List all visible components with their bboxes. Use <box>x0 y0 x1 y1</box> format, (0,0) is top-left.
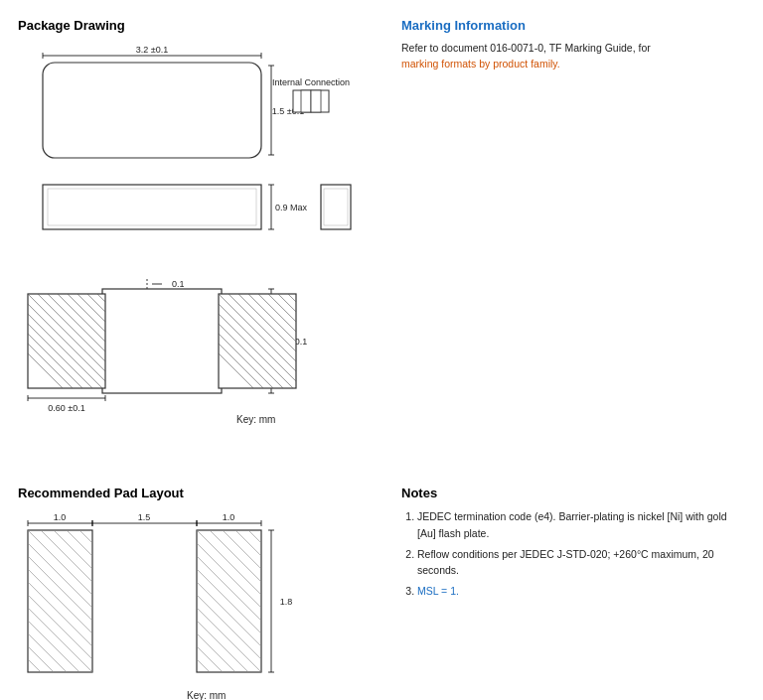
marking-info-section: Marking Information Refer to document 01… <box>382 10 753 478</box>
marking-info-text: Refer to document 016-0071-0, TF Marking… <box>401 41 680 72</box>
svg-text:Internal Connection: Internal Connection <box>272 77 350 87</box>
pad-layout-title: Recommended Pad Layout <box>18 486 374 500</box>
pad-layout-svg: 1.0 1.5 1.0 1.8 <box>18 508 356 700</box>
svg-rect-29 <box>28 294 105 388</box>
svg-rect-28 <box>102 289 222 393</box>
svg-rect-18 <box>48 189 256 225</box>
marking-text-before: Refer to document 016-0071-0, TF Marking… <box>401 42 651 54</box>
note-item-2: Reflow conditions per JEDEC J-STD-020; +… <box>417 546 745 580</box>
svg-rect-8 <box>43 63 261 158</box>
svg-text:0.60 ±0.1: 0.60 ±0.1 <box>48 403 84 413</box>
svg-text:Key:  mm: Key: mm <box>236 414 275 425</box>
svg-text:1.0: 1.0 <box>54 512 67 522</box>
pad-layout-section: Recommended Pad Layout 1.0 1.5 1.0 1.8 <box>10 478 382 700</box>
marking-info-title: Marking Information <box>401 18 745 33</box>
svg-text:Key:  mm: Key: mm <box>187 690 226 700</box>
package-drawing-section: Package Drawing 3.2 ±0.1 1.5 ±0.1 Intern… <box>10 10 382 478</box>
package-drawing-title: Package Drawing <box>18 18 374 33</box>
notes-section: Notes JEDEC termination code (e4). Barri… <box>382 478 753 700</box>
svg-rect-45 <box>219 294 296 388</box>
marking-text-link: marking formats by product family. <box>401 58 560 70</box>
svg-text:0.1: 0.1 <box>172 279 185 289</box>
note-item-3: MSL = 1. <box>417 583 745 600</box>
svg-text:3.2 ±0.1: 3.2 ±0.1 <box>136 45 168 55</box>
note-item-1: JEDEC termination code (e4). Barrier-pla… <box>417 508 745 542</box>
svg-rect-11 <box>301 90 311 112</box>
notes-title: Notes <box>401 486 745 500</box>
svg-rect-12 <box>311 90 321 112</box>
svg-text:1.8: 1.8 <box>280 597 293 607</box>
notes-list: JEDEC termination code (e4). Barrier-pla… <box>401 508 745 600</box>
svg-text:0.9 Max: 0.9 Max <box>275 203 308 212</box>
svg-text:1.5: 1.5 <box>138 512 151 522</box>
package-drawing-svg: 3.2 ±0.1 1.5 ±0.1 Internal Connection 0.… <box>18 41 356 468</box>
svg-text:1.0: 1.0 <box>223 512 235 522</box>
svg-rect-20 <box>324 189 348 225</box>
